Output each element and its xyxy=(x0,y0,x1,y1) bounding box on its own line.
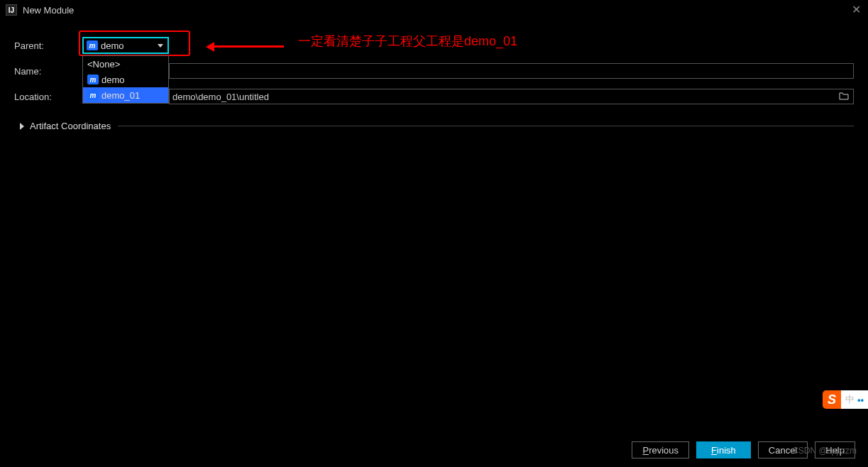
location-value: demo\demo_01\untitled xyxy=(172,92,269,102)
app-icon: IJ xyxy=(6,4,17,16)
folder-icon[interactable] xyxy=(839,92,849,102)
maven-module-icon: m xyxy=(87,40,98,50)
dropdown-option-label: demo_01 xyxy=(101,90,140,101)
disclosure-triangle-icon xyxy=(20,123,24,130)
location-input[interactable]: demo\demo_01\untitled xyxy=(169,89,854,104)
titlebar: IJ New Module ✕ xyxy=(0,0,868,20)
ime-mode-icon: •• xyxy=(857,395,864,405)
parent-dropdown[interactable]: m demo xyxy=(82,37,169,54)
parent-dropdown-list: <None> m demo m demo_01 xyxy=(82,55,169,104)
annotation-arrow-group: 一定看清楚子子工程父工程是demo_01 xyxy=(213,33,517,50)
dropdown-option-demo[interactable]: m demo xyxy=(83,72,168,87)
chevron-down-icon xyxy=(158,44,163,48)
maven-module-icon: m xyxy=(87,75,99,84)
artifact-coordinates-section[interactable]: Artifact Coordinates xyxy=(14,121,854,131)
divider xyxy=(118,126,854,126)
ime-indicator: S 中 •• xyxy=(823,390,868,409)
window-title: New Module xyxy=(23,5,74,16)
close-icon[interactable]: ✕ xyxy=(852,3,861,16)
dialog-footer: Previous Finish Cancel Help xyxy=(632,441,855,458)
artifact-coordinates-label: Artifact Coordinates xyxy=(30,121,111,131)
arrow-left-icon xyxy=(213,46,284,47)
name-label: Name: xyxy=(14,66,82,77)
dropdown-option-demo01[interactable]: m demo_01 xyxy=(83,87,168,103)
previous-button[interactable]: Previous xyxy=(632,441,689,458)
maven-module-icon: m xyxy=(87,90,99,100)
dropdown-option-none[interactable]: <None> xyxy=(83,56,168,72)
form-area: Parent: m demo <None> m demo m demo_01 xyxy=(0,20,868,131)
cancel-button[interactable]: Cancel xyxy=(758,441,808,458)
name-input[interactable] xyxy=(169,63,854,79)
location-label: Location: xyxy=(14,92,82,102)
ime-language-badge[interactable]: 中 •• xyxy=(841,390,868,409)
parent-dropdown-value: demo xyxy=(101,40,165,51)
help-button[interactable]: Help xyxy=(815,441,855,458)
dropdown-option-label: demo xyxy=(101,75,125,85)
parent-label: Parent: xyxy=(14,40,82,51)
dropdown-option-label: <None> xyxy=(87,59,120,70)
finish-button[interactable]: Finish xyxy=(696,441,751,458)
sogou-icon: S xyxy=(823,390,841,409)
annotation-text: 一定看清楚子子工程父工程是demo_01 xyxy=(298,33,517,50)
